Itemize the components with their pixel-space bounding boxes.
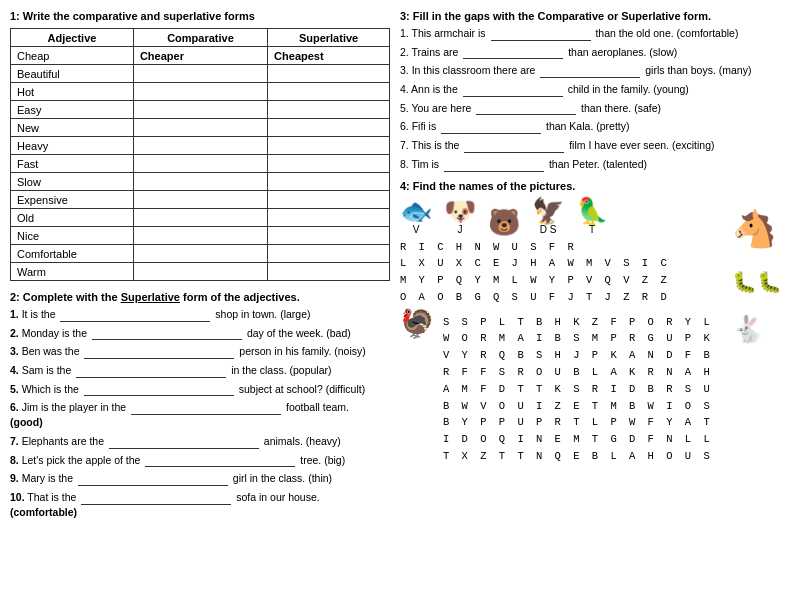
- table-cell: [133, 227, 267, 245]
- table-cell: [268, 65, 390, 83]
- col-adjective: Adjective: [11, 29, 134, 47]
- table-cell: Heavy: [11, 137, 134, 155]
- table-cell: Warm: [11, 263, 134, 281]
- animal-cell: 🐟V: [400, 198, 432, 235]
- section4-title: 4: Find the names of the pictures.: [400, 180, 782, 192]
- table-cell: [268, 209, 390, 227]
- list-item: 7. Elephants are the animals. (heavy): [10, 434, 390, 449]
- section3-title: 3: Fill in the gaps with the Comparative…: [400, 10, 782, 22]
- section1-title: 1: Write the comparative and superlative…: [10, 10, 390, 22]
- wordsearch-row: M Y P Q Y M L W Y P V Q V Z Z: [400, 272, 726, 289]
- table-cell: New: [11, 119, 134, 137]
- table-cell: [268, 245, 390, 263]
- wordsearch-row: L X U X C E J H A W M V S I C: [400, 255, 726, 272]
- list-item: 10. That is the sofa in our house.(comfo…: [10, 490, 390, 519]
- list-item: 4. Sam is the in the class. (popular): [10, 363, 390, 378]
- worm-icon: 🐛🐛: [732, 270, 782, 294]
- horse-icon: 🐴: [732, 208, 782, 250]
- table-cell: [133, 209, 267, 227]
- table-cell: [268, 227, 390, 245]
- section2-title: 2: Complete with the Superlative form of…: [10, 291, 390, 303]
- adjective-table: Adjective Comparative Superlative CheapC…: [10, 28, 390, 281]
- animal-cell: 🦜T: [576, 198, 608, 235]
- table-cell: [268, 191, 390, 209]
- list-item: 3. Ben was the person in his family. (no…: [10, 344, 390, 359]
- list-item: 6. Jim is the player in the football tea…: [10, 400, 390, 429]
- wordsearch-row: T X Z T T N Q E B L A H O U S: [443, 448, 713, 465]
- table-cell: Old: [11, 209, 134, 227]
- animal-cell: 🦅D S: [532, 198, 564, 235]
- list-item: 3. In this classroom there are girls tha…: [400, 63, 782, 78]
- list-item: 5. You are here than there. (safe): [400, 101, 782, 116]
- top-animals-row: 🐟V🐶J🐻🦅D S🦜T: [400, 198, 726, 235]
- right-side-animals: 🐴 🐛🐛 🐇: [732, 208, 782, 345]
- table-cell: Hot: [11, 83, 134, 101]
- table-cell: [268, 101, 390, 119]
- wordsearch-row: A M F D T T K S R I D B R S U: [443, 381, 713, 398]
- list-item: 4. Ann is the child in the family. (youn…: [400, 82, 782, 97]
- wordsearch-row: R I C H N W U S F R: [400, 239, 726, 256]
- table-cell: [268, 173, 390, 191]
- table-cell: [133, 245, 267, 263]
- wordsearch-row: O A O B G Q S U F J T J Z R D: [400, 289, 726, 306]
- list-item: 8. Let's pick the apple of the tree. (bi…: [10, 453, 390, 468]
- table-cell: [133, 65, 267, 83]
- table-cell: [268, 155, 390, 173]
- animals-area: 🐟V🐶J🐻🦅D S🦜T R I C H N W U S F RL X U X C…: [400, 198, 782, 465]
- wordsearch-row: S S P L T B H K Z F P O R Y L: [443, 314, 713, 331]
- list-item: 9. Mary is the girl in the class. (thin): [10, 471, 390, 486]
- section2-items: 1. It is the shop in town. (large)2. Mon…: [10, 307, 390, 519]
- wordsearch-row: W O R M A I B S M P R G U P K: [443, 330, 713, 347]
- table-cell: [268, 119, 390, 137]
- table-cell: Nice: [11, 227, 134, 245]
- wordsearch-row: R F F S R O U B L A K R N A H: [443, 364, 713, 381]
- list-item: 8. Tim is than Peter. (talented): [400, 157, 782, 172]
- list-item: 6. Fifi is than Kala. (pretty): [400, 119, 782, 134]
- table-cell: [268, 83, 390, 101]
- animal-cell: 🐶J: [444, 198, 476, 235]
- wordsearch-row: B Y P P U P R T L P W F Y A T: [443, 414, 713, 431]
- list-item: 7. This is the film I have ever seen. (e…: [400, 138, 782, 153]
- section4: 4: Find the names of the pictures. 🐟V🐶J🐻…: [400, 180, 782, 465]
- table-cell: [268, 137, 390, 155]
- table-cell: Slow: [11, 173, 134, 191]
- table-cell: Beautiful: [11, 65, 134, 83]
- wordsearch-row: V Y R Q B S H J P K A N D F B: [443, 347, 713, 364]
- table-cell: [133, 119, 267, 137]
- wordsearch-row: I D O Q I N E M T G D F N L L: [443, 431, 713, 448]
- wordsearch-row: B W V O U I Z E T M B W I O S: [443, 398, 713, 415]
- table-cell: [133, 155, 267, 173]
- table-cell: [133, 173, 267, 191]
- table-cell: Cheap: [11, 47, 134, 65]
- list-item: 1. It is the shop in town. (large): [10, 307, 390, 322]
- table-cell: Cheaper: [133, 47, 267, 65]
- section3-items: 1. This armchair is than the old one. (c…: [400, 26, 782, 172]
- list-item: 5. Which is the subject at school? (diff…: [10, 382, 390, 397]
- table-cell: Fast: [11, 155, 134, 173]
- rabbit-icon: 🐇: [732, 314, 782, 345]
- wordsearch-bottom: S S P L T B H K Z F P O R Y LW O R M A I…: [443, 314, 713, 465]
- table-cell: [133, 191, 267, 209]
- table-cell: Comfortable: [11, 245, 134, 263]
- table-cell: [133, 263, 267, 281]
- list-item: 2. Trains are than aeroplanes. (slow): [400, 45, 782, 60]
- table-cell: Cheapest: [268, 47, 390, 65]
- col-superlative: Superlative: [268, 29, 390, 47]
- table-cell: Easy: [11, 101, 134, 119]
- list-item: 1. This armchair is than the old one. (c…: [400, 26, 782, 41]
- table-cell: [133, 101, 267, 119]
- table-cell: [133, 137, 267, 155]
- col-comparative: Comparative: [133, 29, 267, 47]
- wordsearch-top: R I C H N W U S F RL X U X C E J H A W M…: [400, 239, 726, 306]
- animal-cell: 🐻: [488, 209, 520, 235]
- table-cell: Expensive: [11, 191, 134, 209]
- list-item: 2. Monday is the day of the week. (bad): [10, 326, 390, 341]
- table-cell: [268, 263, 390, 281]
- table-cell: [133, 83, 267, 101]
